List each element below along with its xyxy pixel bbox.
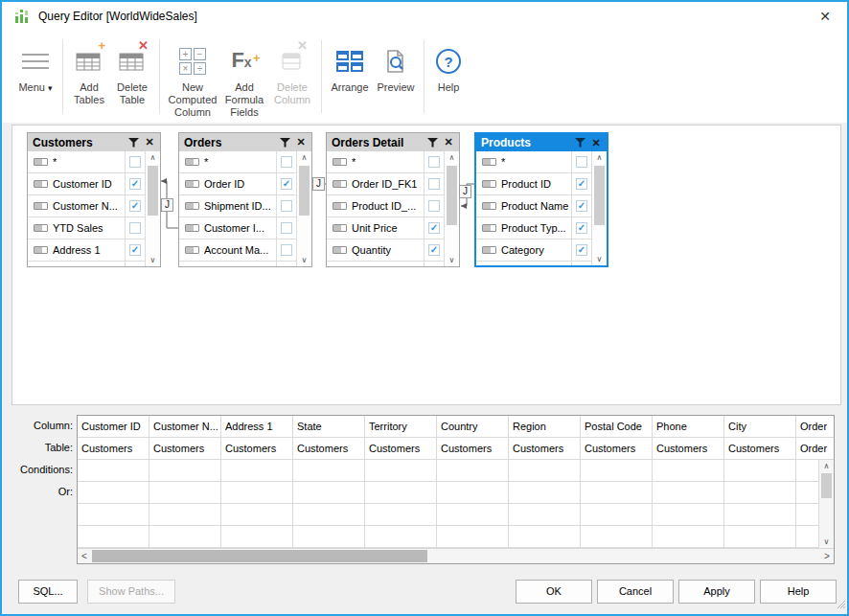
- grid-cell-table[interactable]: Customers: [221, 438, 292, 460]
- scroll-down-icon[interactable]: ∨: [146, 254, 160, 266]
- panel-scrollbar[interactable]: ∧ ∨: [591, 151, 607, 265]
- grid-cell[interactable]: [653, 526, 723, 548]
- add-tables-button[interactable]: + Add Tables: [68, 41, 110, 106]
- grid-cell-or[interactable]: [724, 482, 795, 504]
- grid-cell-conditions[interactable]: [437, 460, 508, 482]
- grid-cell[interactable]: [78, 526, 149, 548]
- field-row[interactable]: Order ID✓: [179, 173, 296, 195]
- add-formula-fields-button[interactable]: Fx + Add Formula Fields: [220, 41, 268, 119]
- grid-cell-or[interactable]: [581, 482, 652, 504]
- field-row[interactable]: Quantity✓: [327, 240, 444, 262]
- scroll-up-icon[interactable]: ∧: [445, 151, 459, 164]
- delete-table-button[interactable]: ✕ Delete Table: [110, 41, 154, 106]
- field-row[interactable]: Customer N...✓: [28, 195, 145, 217]
- scroll-up-icon[interactable]: ∧: [297, 151, 311, 164]
- grid-cell-column[interactable]: Phone: [653, 416, 723, 438]
- scroll-up-icon[interactable]: ∧: [146, 151, 160, 164]
- grid-cell-column[interactable]: Territory: [365, 416, 436, 438]
- filter-icon[interactable]: [126, 134, 140, 151]
- resize-grip[interactable]: [835, 596, 846, 613]
- panel-header[interactable]: Customers ✕: [28, 133, 160, 151]
- scroll-up-icon[interactable]: ∧: [592, 151, 607, 164]
- scroll-thumb[interactable]: [821, 473, 832, 498]
- grid-cell-conditions[interactable]: [365, 460, 436, 482]
- grid-cell-column[interactable]: Country: [437, 416, 508, 438]
- grid-cell-conditions[interactable]: [221, 460, 292, 482]
- grid-cell-table[interactable]: Customers: [78, 438, 149, 460]
- grid-cell-column[interactable]: State: [293, 416, 364, 438]
- grid-cell-conditions[interactable]: [581, 460, 652, 482]
- grid-cell[interactable]: [293, 504, 364, 526]
- grid-cell-column[interactable]: Customer N...: [149, 416, 220, 438]
- grid-cell[interactable]: [509, 504, 580, 526]
- field-checkbox[interactable]: [281, 200, 292, 212]
- grid-cell-or[interactable]: [293, 482, 364, 504]
- field-row[interactable]: YTD Sales: [28, 217, 145, 240]
- grid-cell[interactable]: [221, 526, 292, 548]
- title-bar[interactable]: Query Editor [WorldWideSales] ✕: [2, 2, 847, 31]
- field-checkbox[interactable]: [428, 200, 440, 212]
- grid-cell-column[interactable]: City: [724, 416, 795, 438]
- field-checkbox[interactable]: [281, 156, 292, 168]
- field-row[interactable]: *: [179, 151, 296, 173]
- grid-cell-or[interactable]: [365, 482, 436, 504]
- field-row-partial[interactable]: Price: [476, 262, 591, 265]
- grid-cell[interactable]: [365, 526, 436, 548]
- grid-cell-or[interactable]: [437, 482, 508, 504]
- field-row-partial[interactable]: Discount: [327, 262, 444, 266]
- grid-cell[interactable]: [581, 504, 652, 526]
- grid-cell-table[interactable]: Customers: [581, 438, 652, 460]
- field-row[interactable]: Product ID✓: [476, 173, 591, 195]
- field-row[interactable]: Address 1✓: [28, 240, 145, 262]
- field-checkbox[interactable]: [129, 222, 141, 234]
- close-icon[interactable]: ✕: [144, 136, 155, 148]
- scroll-thumb[interactable]: [594, 166, 605, 225]
- grid-cell[interactable]: [365, 504, 436, 526]
- join-marker[interactable]: J: [312, 177, 325, 191]
- field-row[interactable]: Customer I...: [179, 217, 296, 240]
- preview-button[interactable]: Preview: [373, 41, 419, 94]
- grid-cell-table[interactable]: Customers: [437, 438, 508, 460]
- table-panel-products[interactable]: Products ✕ * Product ID✓ Product Name✓ P…: [474, 132, 608, 267]
- panel-scrollbar[interactable]: ∧ ∨: [296, 151, 311, 266]
- grid-cell[interactable]: [293, 526, 364, 548]
- help-button[interactable]: ? Help: [429, 41, 468, 94]
- scroll-down-icon[interactable]: ∨: [592, 253, 607, 265]
- field-row[interactable]: Category✓: [476, 240, 591, 262]
- grid-cell[interactable]: [78, 504, 149, 526]
- grid-cell-table[interactable]: Customers: [509, 438, 580, 460]
- scroll-up-icon[interactable]: ∧: [819, 460, 834, 472]
- field-row[interactable]: *: [28, 151, 145, 173]
- field-row[interactable]: Product ID_...: [327, 195, 444, 217]
- field-row[interactable]: Order ID_FK1: [327, 173, 444, 195]
- arrange-button[interactable]: Arrange: [327, 41, 373, 94]
- grid-cell-column[interactable]: Region: [509, 416, 580, 438]
- grid-cell[interactable]: [724, 504, 795, 526]
- grid-cell-conditions[interactable]: [293, 460, 364, 482]
- grid-cell[interactable]: [221, 504, 292, 526]
- grid-cell-column[interactable]: Customer ID: [78, 416, 149, 438]
- grid-cell-column[interactable]: Order: [796, 416, 835, 438]
- field-row[interactable]: *: [476, 151, 591, 173]
- close-icon[interactable]: ✕: [295, 136, 307, 148]
- filter-icon[interactable]: [573, 134, 586, 151]
- grid-cell-or[interactable]: [653, 482, 723, 504]
- grid-cell-table[interactable]: Order: [796, 438, 835, 460]
- grid-cell-conditions[interactable]: [78, 460, 149, 482]
- table-panel-orders-detail[interactable]: Orders Detail ✕ * Order ID_FK1 Product I…: [326, 132, 460, 267]
- panel-header[interactable]: Products ✕: [476, 134, 607, 151]
- ok-button[interactable]: OK: [516, 580, 592, 604]
- scroll-right-icon[interactable]: >: [820, 549, 834, 563]
- apply-button[interactable]: Apply: [678, 580, 755, 604]
- table-panel-orders[interactable]: Orders ✕ * Order ID✓ Shipment ID... Cust…: [178, 132, 312, 267]
- panel-header[interactable]: Orders ✕: [179, 133, 311, 151]
- field-checkbox[interactable]: ✓: [576, 222, 587, 234]
- field-checkbox[interactable]: [129, 156, 141, 168]
- window-close-icon[interactable]: ✕: [811, 5, 839, 28]
- grid-cell[interactable]: [653, 504, 723, 526]
- grid-cell-or[interactable]: [149, 482, 220, 504]
- join-marker[interactable]: J: [459, 185, 471, 198]
- field-checkbox[interactable]: ✓: [129, 178, 141, 190]
- field-checkbox[interactable]: ✓: [576, 200, 587, 212]
- scroll-down-icon[interactable]: ∨: [445, 254, 459, 266]
